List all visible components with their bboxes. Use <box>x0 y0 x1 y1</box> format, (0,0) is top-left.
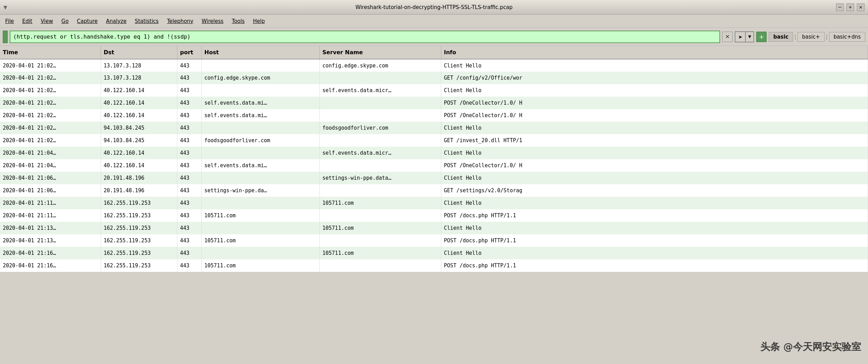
cell-time: 2020-04-01 21:06… <box>0 172 101 184</box>
cell-port: 443 <box>177 247 201 259</box>
filter-dropdown-button[interactable]: ▼ <box>745 32 754 42</box>
cell-time: 2020-04-01 21:16… <box>0 247 101 259</box>
menu-item-file[interactable]: File <box>2 17 17 26</box>
cell-port: 443 <box>177 147 201 159</box>
column-header-port[interactable]: port <box>177 46 201 59</box>
cell-time: 2020-04-01 21:04… <box>0 159 101 172</box>
table-row[interactable]: 2020-04-01 21:04…40.122.160.14443self.ev… <box>0 147 868 159</box>
preset-separator: | <box>794 34 796 40</box>
table-row[interactable]: 2020-04-01 21:02…13.107.3.128443config.e… <box>0 72 868 84</box>
menu-item-telephony[interactable]: Telephony <box>164 17 197 26</box>
table-row[interactable]: 2020-04-01 21:04…40.122.160.14443self.ev… <box>0 159 868 172</box>
column-header-info[interactable]: Info <box>441 46 868 59</box>
cell-time: 2020-04-01 21:02… <box>0 84 101 97</box>
cell-info: POST /docs.php HTTP/1.1 <box>441 209 868 222</box>
cell-host <box>201 247 319 259</box>
cell-time: 2020-04-01 21:11… <box>0 197 101 209</box>
table-row[interactable]: 2020-04-01 21:02…40.122.160.14443self.ev… <box>0 109 868 122</box>
cell-host: self.events.data.mi… <box>201 97 319 109</box>
table-row[interactable]: 2020-04-01 21:16…162.255.119.25344310571… <box>0 247 868 259</box>
table-row[interactable]: 2020-04-01 21:02…40.122.160.14443self.ev… <box>0 97 868 109</box>
cell-dst: 162.255.119.253 <box>101 209 177 222</box>
column-header-servername[interactable]: Server Name <box>319 46 441 59</box>
cell-port: 443 <box>177 134 201 147</box>
column-header-host[interactable]: Host <box>201 46 319 59</box>
cell-host <box>201 222 319 234</box>
menu-item-tools[interactable]: Tools <box>228 17 248 26</box>
table-row[interactable]: 2020-04-01 21:13…162.255.119.25344310571… <box>0 222 868 234</box>
table-row[interactable]: 2020-04-01 21:06…20.191.48.196443setting… <box>0 184 868 197</box>
cell-port: 443 <box>177 59 201 72</box>
filter-clear-button[interactable]: ✕ <box>722 32 733 42</box>
cell-port: 443 <box>177 109 201 122</box>
cell-servername <box>319 109 441 122</box>
cell-info: Client Hello <box>441 247 868 259</box>
preset-button-basic[interactable]: basic <box>769 32 793 42</box>
cell-time: 2020-04-01 21:04… <box>0 147 101 159</box>
table-row[interactable]: 2020-04-01 21:13…162.255.119.25344310571… <box>0 234 868 247</box>
filter-active-indicator <box>3 31 8 43</box>
filter-add-button[interactable]: + <box>756 32 767 42</box>
column-header-dst[interactable]: Dst <box>101 46 177 59</box>
minimize-button[interactable]: − <box>836 3 844 11</box>
cell-time: 2020-04-01 21:11… <box>0 209 101 222</box>
cell-dst: 162.255.119.253 <box>101 197 177 209</box>
cell-host: self.events.data.mi… <box>201 159 319 172</box>
cell-host: 105711.com <box>201 209 319 222</box>
cell-servername: self.events.data.micr… <box>319 84 441 97</box>
cell-port: 443 <box>177 222 201 234</box>
preset-button-basic+[interactable]: basic+ <box>798 32 825 42</box>
table-row[interactable]: 2020-04-01 21:16…162.255.119.25344310571… <box>0 259 868 272</box>
filter-apply-button[interactable]: ➤ <box>735 32 745 42</box>
cell-dst: 13.107.3.128 <box>101 72 177 84</box>
cell-servername: settings-win-ppe.data… <box>319 172 441 184</box>
cell-servername <box>319 184 441 197</box>
menu-item-wireless[interactable]: Wireless <box>198 17 227 26</box>
menu-item-edit[interactable]: Edit <box>19 17 36 26</box>
menu-item-view[interactable]: View <box>37 17 57 26</box>
menu-item-go[interactable]: Go <box>58 17 72 26</box>
cell-host <box>201 59 319 72</box>
cell-port: 443 <box>177 209 201 222</box>
menu-item-analyze[interactable]: Analyze <box>102 17 130 26</box>
table-row[interactable]: 2020-04-01 21:02…94.103.84.245443foodsgo… <box>0 134 868 147</box>
cell-info: Client Hello <box>441 122 868 134</box>
close-button[interactable]: × <box>857 3 865 11</box>
table-row[interactable]: 2020-04-01 21:02…94.103.84.245443foodsgo… <box>0 122 868 134</box>
window-title: Wireshark-tutorial-on-decrypting-HTTPS-S… <box>356 4 513 10</box>
cell-host: 105711.com <box>201 234 319 247</box>
cell-time: 2020-04-01 21:06… <box>0 184 101 197</box>
titlebar: ▼ Wireshark-tutorial-on-decrypting-HTTPS… <box>0 0 868 15</box>
menu-item-help[interactable]: Help <box>249 17 268 26</box>
preset-button-basic+dns[interactable]: basic+dns <box>829 32 865 42</box>
cell-info: POST /OneCollector/1.0/ H <box>441 109 868 122</box>
cell-servername <box>319 209 441 222</box>
cell-port: 443 <box>177 84 201 97</box>
table-row[interactable]: 2020-04-01 21:02…40.122.160.14443self.ev… <box>0 84 868 97</box>
cell-info: Client Hello <box>441 84 868 97</box>
cell-port: 443 <box>177 234 201 247</box>
cell-servername <box>319 159 441 172</box>
menu-item-capture[interactable]: Capture <box>74 17 101 26</box>
cell-host <box>201 147 319 159</box>
cell-info: Client Hello <box>441 172 868 184</box>
filter-input[interactable] <box>10 31 720 43</box>
cell-dst: 40.122.160.14 <box>101 109 177 122</box>
cell-dst: 13.107.3.128 <box>101 59 177 72</box>
table-row[interactable]: 2020-04-01 21:11…162.255.119.25344310571… <box>0 209 868 222</box>
column-header-time[interactable]: Time <box>0 46 101 59</box>
table-body: 2020-04-01 21:02…13.107.3.128443config.e… <box>0 59 868 272</box>
table-row[interactable]: 2020-04-01 21:06…20.191.48.196443setting… <box>0 172 868 184</box>
cell-dst: 94.103.84.245 <box>101 134 177 147</box>
cell-servername: self.events.data.micr… <box>319 147 441 159</box>
cell-dst: 20.191.48.196 <box>101 184 177 197</box>
cell-servername: 105711.com <box>319 222 441 234</box>
table-row[interactable]: 2020-04-01 21:11…162.255.119.25344310571… <box>0 197 868 209</box>
menu-item-statistics[interactable]: Statistics <box>131 17 162 26</box>
maximize-button[interactable]: + <box>846 3 854 11</box>
window-controls: − + × <box>836 3 865 11</box>
filterbar: ✕ ➤ ▼ + basic|basic+|basic+dns <box>0 28 868 46</box>
cell-dst: 40.122.160.14 <box>101 147 177 159</box>
cell-host <box>201 172 319 184</box>
table-row[interactable]: 2020-04-01 21:02…13.107.3.128443config.e… <box>0 59 868 72</box>
